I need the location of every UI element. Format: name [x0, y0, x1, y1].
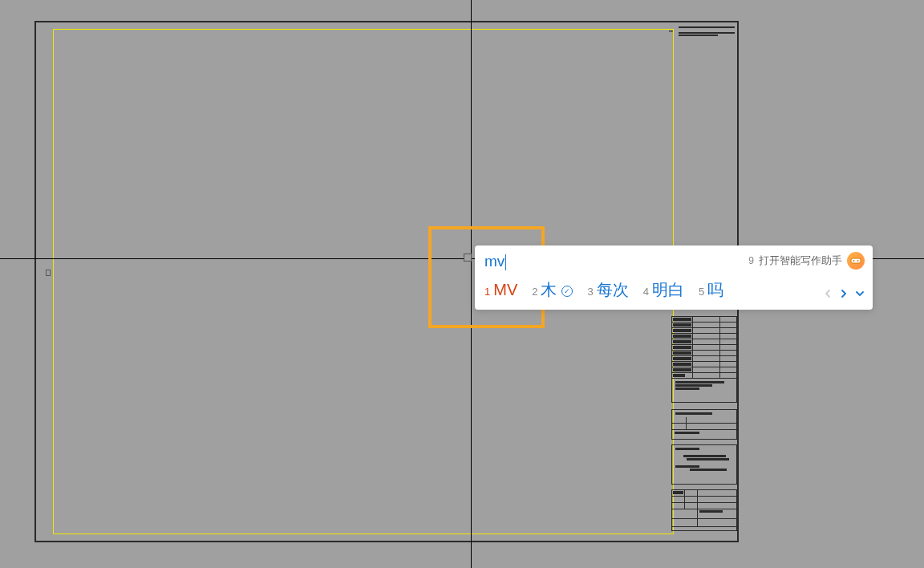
drawing-title-block: [671, 316, 737, 538]
assistant-label: 打开智能写作助手: [759, 254, 842, 268]
left-marker: [46, 270, 51, 276]
ime-candidate-list: 1 MV 2 木 ✓ 3 每次 4 明白 5 吗: [475, 274, 873, 308]
svg-point-1: [853, 260, 855, 262]
assistant-shortcut-num: 9: [748, 255, 754, 266]
ime-candidate-4[interactable]: 4 明白: [643, 279, 684, 301]
ime-candidate-5[interactable]: 5 吗: [699, 279, 723, 301]
assistant-icon: [847, 252, 865, 270]
ime-input-text: mv: [484, 253, 506, 270]
cloud-check-icon: ✓: [561, 286, 573, 297]
ime-prev-page-icon[interactable]: [821, 286, 834, 302]
ime-candidate-3[interactable]: 3 每次: [587, 279, 628, 301]
ime-assistant-button[interactable]: 9 打开智能写作助手: [748, 252, 865, 270]
ime-candidate-2[interactable]: 2 木 ✓: [532, 279, 573, 301]
svg-rect-0: [851, 258, 861, 263]
ime-candidate-panel[interactable]: mv 9 打开智能写作助手 1 MV 2 木 ✓ 3 每次 4 明白 5: [475, 245, 873, 310]
svg-point-2: [857, 260, 859, 262]
ime-candidate-1[interactable]: 1 MV: [484, 281, 517, 299]
ime-next-page-icon[interactable]: [837, 286, 850, 302]
title-block-header: ▪▪: [679, 26, 735, 44]
ime-dropdown-icon[interactable]: [853, 286, 866, 302]
